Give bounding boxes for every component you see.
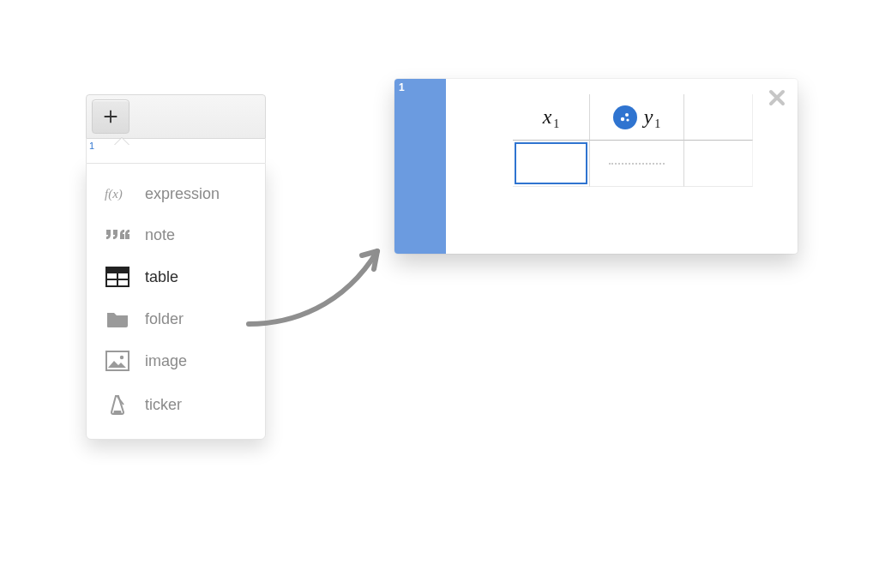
plus-icon: [101, 107, 120, 126]
add-menu: f(x) expression note: [86, 163, 266, 440]
expression-index: 1: [89, 141, 94, 151]
menu-item-image[interactable]: image: [87, 339, 265, 382]
function-icon: f(x): [102, 183, 133, 204]
metronome-icon: [102, 393, 133, 416]
menu-item-label: ticker: [145, 396, 182, 414]
table-row: [513, 141, 753, 187]
svg-point-10: [626, 118, 629, 121]
add-header: [86, 94, 266, 139]
menu-item-folder[interactable]: folder: [87, 298, 265, 339]
table-icon: [102, 267, 133, 287]
cell-selection: [515, 142, 587, 184]
x-axis-label: x1: [543, 105, 560, 129]
add-expression-panel: 1 f(x) expression note: [86, 94, 266, 440]
svg-point-6: [120, 356, 123, 359]
card-index: 1: [399, 81, 405, 93]
header-cell-x[interactable]: x1: [513, 94, 590, 141]
menu-item-label: table: [145, 268, 178, 286]
table-header-row: x1 y1: [513, 94, 753, 141]
menu-item-label: image: [145, 352, 187, 370]
svg-rect-2: [106, 267, 129, 273]
svg-point-8: [620, 117, 623, 120]
menu-item-label: folder: [145, 310, 184, 328]
header-cell-y[interactable]: y1: [590, 94, 684, 141]
add-button[interactable]: [92, 99, 129, 134]
menu-item-expression[interactable]: f(x) expression: [87, 172, 265, 215]
series-style-toggle[interactable]: [613, 105, 637, 129]
menu-caret: [114, 138, 129, 146]
empty-placeholder: [609, 163, 665, 165]
menu-item-label: expression: [145, 185, 220, 203]
header-cell-add-column[interactable]: [684, 94, 753, 141]
menu-item-label: note: [145, 226, 175, 244]
card-gutter[interactable]: 1: [394, 79, 446, 254]
y-axis-label: y1: [644, 105, 661, 129]
cell-y1[interactable]: [590, 141, 684, 187]
scatter-style-icon: [617, 110, 633, 125]
cell-extra[interactable]: [684, 141, 753, 187]
close-icon: [767, 87, 787, 108]
expression-strip: 1: [86, 139, 266, 163]
menu-item-table[interactable]: table: [87, 255, 265, 298]
image-icon: [102, 351, 133, 371]
menu-item-note[interactable]: note: [87, 215, 265, 255]
table-expression-card: 1 x1: [394, 79, 798, 254]
data-table: x1 y1: [513, 94, 753, 187]
close-button[interactable]: [767, 87, 787, 111]
svg-point-9: [625, 113, 629, 117]
menu-item-ticker[interactable]: ticker: [87, 382, 265, 427]
card-body: x1 y1: [446, 79, 798, 254]
svg-text:f(x): f(x): [105, 187, 123, 201]
quote-icon: [102, 227, 133, 244]
cell-x1[interactable]: [513, 141, 590, 187]
folder-icon: [102, 309, 133, 328]
